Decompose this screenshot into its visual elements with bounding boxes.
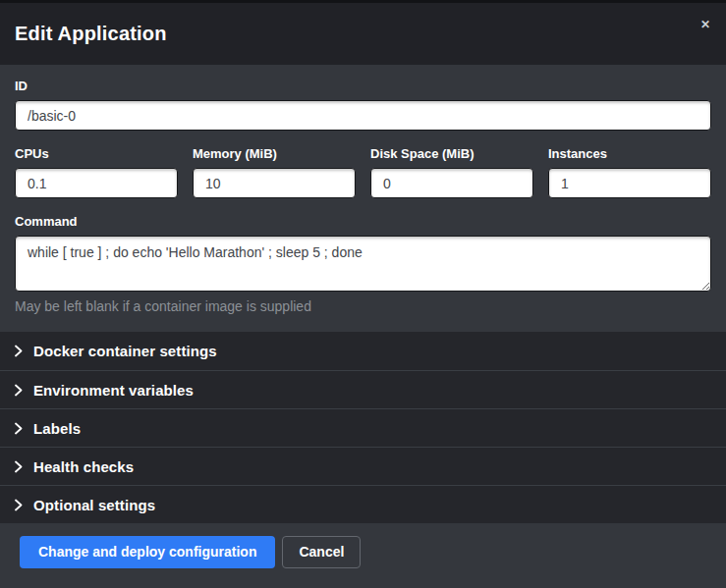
modal-title: Edit Application	[15, 23, 167, 45]
section-health-checks[interactable]: Health checks	[0, 447, 726, 485]
collapsible-sections: Docker container settings Environment va…	[0, 332, 726, 523]
section-labels[interactable]: Labels	[0, 408, 726, 447]
memory-input[interactable]	[193, 168, 356, 198]
chevron-right-icon	[15, 422, 23, 435]
id-field-group: ID	[15, 79, 711, 131]
chevron-right-icon	[15, 460, 23, 473]
section-environment-variables[interactable]: Environment variables	[0, 370, 726, 408]
command-label: Command	[15, 214, 711, 229]
section-label: Labels	[33, 420, 81, 437]
memory-field-group: Memory (MiB)	[193, 146, 356, 198]
section-label: Docker container settings	[33, 343, 217, 359]
modal-header: Edit Application ✕	[0, 3, 726, 65]
cpus-label: CPUs	[15, 146, 178, 161]
section-optional-settings[interactable]: Optional settings	[0, 485, 726, 523]
deploy-button[interactable]: Change and deploy configuration	[20, 536, 275, 568]
command-help-text: May be left blank if a container image i…	[15, 297, 711, 315]
application-form: ID CPUs Memory (MiB) Disk Space (MiB) In…	[0, 65, 726, 332]
instances-field-group: Instances	[548, 146, 711, 198]
chevron-right-icon	[15, 499, 23, 511]
instances-input[interactable]	[548, 168, 711, 198]
instances-label: Instances	[548, 146, 711, 161]
disk-field-group: Disk Space (MiB)	[370, 146, 533, 198]
id-input[interactable]	[15, 100, 711, 131]
chevron-right-icon	[15, 345, 23, 357]
edit-application-modal: Edit Application ✕ ID CPUs Memory (MiB) …	[0, 3, 726, 588]
cpus-field-group: CPUs	[15, 146, 178, 198]
close-button[interactable]: ✕	[698, 16, 713, 33]
section-label: Health checks	[33, 458, 134, 475]
command-textarea[interactable]: while [ true ] ; do echo 'Hello Marathon…	[15, 236, 711, 292]
disk-input[interactable]	[370, 168, 533, 198]
modal-footer: Change and deploy configuration Cancel	[0, 523, 726, 588]
command-field-group: Command while [ true ] ; do echo 'Hello …	[15, 214, 711, 315]
section-label: Optional settings	[33, 497, 155, 513]
section-label: Environment variables	[33, 382, 194, 399]
cancel-button[interactable]: Cancel	[282, 536, 361, 568]
disk-label: Disk Space (MiB)	[370, 146, 533, 161]
section-docker-container-settings[interactable]: Docker container settings	[0, 332, 726, 370]
memory-label: Memory (MiB)	[193, 146, 356, 161]
chevron-right-icon	[15, 384, 23, 397]
resources-row: CPUs Memory (MiB) Disk Space (MiB) Insta…	[15, 146, 711, 198]
close-icon: ✕	[700, 18, 710, 31]
cpus-input[interactable]	[15, 168, 178, 198]
id-label: ID	[15, 79, 711, 93]
